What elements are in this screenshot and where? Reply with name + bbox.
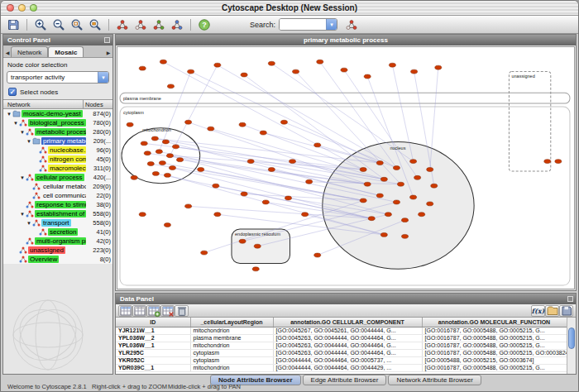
network-node[interactable] <box>364 74 371 79</box>
network-node[interactable] <box>239 239 246 243</box>
window-titlebar[interactable]: Cytoscape Desktop (New Session) <box>1 1 578 16</box>
first-neighbors-button[interactable] <box>114 17 131 32</box>
network-node[interactable] <box>185 120 192 124</box>
table-row[interactable]: YKR052Ccytoplasm[GO:0044444, GO:0044464,… <box>116 356 567 364</box>
tree-item-cellular-metabo[interactable]: cellular metabo...209(0) <box>3 182 112 191</box>
cell-value[interactable]: [GO:0016787, GO:0005488, GO:0005215, G..… <box>422 327 567 334</box>
expander-icon[interactable]: ▼ <box>6 112 12 117</box>
tree-item-secretion[interactable]: secretion41(0) <box>3 227 112 237</box>
save-session-button[interactable] <box>5 17 22 32</box>
cell-value[interactable]: cytoplasm <box>190 356 273 364</box>
tree-item-response-to-stimul[interactable]: response to stimul...38(0) <box>3 200 112 209</box>
network-node[interactable] <box>144 151 151 155</box>
network-node[interactable] <box>156 150 162 154</box>
cell-value[interactable]: [GO:0044444, GO:0044464, GO:0005737, ... <box>273 356 422 364</box>
network-node[interactable] <box>139 66 146 70</box>
network-node[interactable] <box>139 213 146 217</box>
delete-attribute-button[interactable] <box>160 305 175 317</box>
expander-icon[interactable]: ▼ <box>19 175 26 180</box>
cell-value[interactable]: mitochondrion <box>190 342 273 349</box>
network-node[interactable] <box>555 160 562 164</box>
network-node[interactable] <box>214 63 221 67</box>
network-node[interactable] <box>260 131 266 135</box>
network-node[interactable] <box>198 168 204 172</box>
cell-value[interactable]: [GO:0044444, GO:0044464, GO:0044429, ... <box>273 364 422 371</box>
cell-value[interactable]: [GO:0005488, GO:0005215, GO:0003674] <box>422 356 567 364</box>
network-node[interactable] <box>306 179 313 184</box>
network-node[interactable] <box>160 60 166 64</box>
column-header-annotation-go-molecular-function[interactable]: annotation.GO MOLECULAR_FUNCTION <box>422 318 567 327</box>
network-node[interactable] <box>410 160 417 164</box>
tree-item-biological-process[interactable]: ▼biological_process780(0) <box>3 118 112 127</box>
network-node[interactable] <box>427 168 433 172</box>
cell-value[interactable]: [GO:0016787, GO:0005488, GO:0005215, G..… <box>422 342 567 349</box>
network-node[interactable] <box>241 73 247 77</box>
cell-value[interactable]: [GO:0045263, GO:0044444, GO:0044464, G..… <box>273 349 422 356</box>
float-data-panel-button[interactable] <box>567 296 573 302</box>
column-header-cellularlayoutregion[interactable]: _cellularLayoutRegion <box>190 318 273 327</box>
table-row[interactable]: YLR295Ccytoplasm[GO:0045263, GO:0044444,… <box>116 349 567 356</box>
clear-attribute-button[interactable] <box>175 305 189 317</box>
cell-value[interactable]: cytoplasm <box>190 349 273 356</box>
network-node[interactable] <box>290 160 296 164</box>
help-button[interactable]: ? <box>196 17 213 32</box>
network-edge[interactable] <box>191 72 380 163</box>
network-edge[interactable] <box>218 65 397 168</box>
cell-value[interactable]: [GO:0045263, GO:0044444, GO:0044464, G..… <box>273 334 422 342</box>
cell-id[interactable]: YKR052C <box>116 356 190 364</box>
expander-icon[interactable]: ▼ <box>26 139 32 144</box>
table-scrollbar-thumb[interactable] <box>568 327 575 349</box>
annotations-button[interactable] <box>343 17 360 32</box>
network-edge[interactable] <box>159 72 190 152</box>
select-attributes-button[interactable] <box>118 305 132 317</box>
tree-item-nucleobase[interactable]: nucleobase...96(0) <box>3 146 112 155</box>
network-node[interactable] <box>360 168 366 172</box>
tab-mosaic[interactable]: Mosaic <box>48 46 84 57</box>
network-node[interactable] <box>376 194 383 198</box>
network-node[interactable] <box>431 184 438 188</box>
network-node[interactable] <box>285 196 291 200</box>
tree-item-multi-organism-pro[interactable]: multi-organism pro...42(0) <box>3 237 112 246</box>
tab-scroll-right-icon[interactable]: ▶ <box>105 50 112 57</box>
network-node[interactable] <box>401 234 408 238</box>
network-node[interactable] <box>389 63 395 67</box>
network-node[interactable] <box>393 200 400 204</box>
cell-value[interactable]: [GO:0016787, GO:0005488, GO:0005215, G..… <box>422 364 567 371</box>
cell-value[interactable]: [GO:0016787, GO:0005488, GO:0005215, GO:… <box>422 349 567 356</box>
cell-value[interactable]: [GO:0045267, GO:0045261, GO:0044444, G..… <box>273 327 422 334</box>
tree-item-cell-communica[interactable]: cell communica...22(0) <box>3 191 112 200</box>
network-node[interactable] <box>268 168 275 172</box>
network-node[interactable] <box>177 158 184 162</box>
network-node[interactable] <box>376 161 383 165</box>
network-node[interactable] <box>252 267 259 271</box>
network-edge[interactable] <box>163 62 363 170</box>
equation-builder-button[interactable]: f(x) <box>531 305 545 317</box>
tree-item-establishment-of-lo[interactable]: ▼establishment of lo...558(0) <box>3 209 112 218</box>
network-edge[interactable] <box>170 65 217 155</box>
network-node[interactable] <box>164 173 170 177</box>
network-node[interactable] <box>360 198 366 203</box>
tab-network[interactable]: Network <box>11 46 48 57</box>
network-node[interactable] <box>141 141 147 146</box>
network-node[interactable] <box>293 69 299 74</box>
apply-layout-button[interactable] <box>151 17 167 32</box>
network-node[interactable] <box>435 65 442 69</box>
network-node[interactable] <box>302 213 309 217</box>
cell-id[interactable]: YPL036W__2 <box>116 334 190 342</box>
network-node[interactable] <box>147 162 154 166</box>
select-nodes-checkbox[interactable]: ✓ <box>8 88 17 96</box>
network-node[interactable] <box>208 127 214 131</box>
network-node[interactable] <box>213 184 219 188</box>
tab-scroll-left-icon[interactable]: ◀ <box>4 50 11 57</box>
table-row[interactable]: YPL036W__1mitochondrion[GO:0045263, GO:0… <box>116 342 567 349</box>
new-network-from-selection-button[interactable] <box>132 17 149 32</box>
new-attribute-button[interactable] <box>146 305 160 317</box>
network-node[interactable] <box>419 213 425 217</box>
zoom-selected-button[interactable] <box>69 17 85 32</box>
network-node[interactable] <box>169 166 175 170</box>
network-node[interactable] <box>393 166 400 170</box>
network-node[interactable] <box>159 161 165 165</box>
table-row[interactable]: YDR039C__1mitochondrion[GO:0044444, GO:0… <box>116 364 567 371</box>
tree-item-cellular-process[interactable]: ▼cellular process420(... <box>3 173 112 182</box>
expander-icon[interactable]: ▼ <box>19 212 26 217</box>
